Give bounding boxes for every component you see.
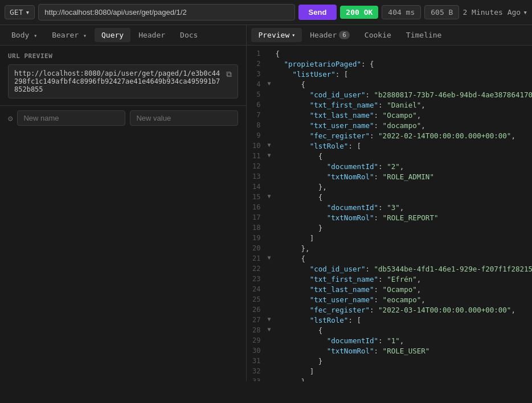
json-line: 20 }, xyxy=(247,244,532,254)
line-number: 5 xyxy=(247,91,267,98)
json-content: "lstRole": [ xyxy=(275,316,532,324)
json-content: "txtNomRol": "ROLE_USER" xyxy=(275,347,532,355)
line-number: 2 xyxy=(247,60,267,68)
response-time: 404 ms xyxy=(382,5,421,19)
json-line: 33 } xyxy=(247,377,532,381)
param-name-input[interactable] xyxy=(17,110,125,126)
json-content: "cod_id_user": "db5344be-4fd1-46e1-929e-… xyxy=(275,265,532,273)
json-content: { xyxy=(275,80,532,89)
left-tab-bar: Body ▾ Bearer ▾ Query Header Docs xyxy=(0,25,246,46)
json-content: { xyxy=(275,254,532,263)
tab-query[interactable]: Query xyxy=(95,28,130,42)
json-content: "txt_user_name": "eocampo", xyxy=(275,295,532,304)
json-line: 4▼ { xyxy=(247,80,532,90)
json-content: { xyxy=(275,152,532,161)
tab-body[interactable]: Body ▾ xyxy=(5,28,44,42)
line-number: 3 xyxy=(247,70,267,78)
json-content: "txtNomRol": "ROLE_ADMIN" xyxy=(275,172,532,181)
tab-preview[interactable]: Preview ▾ xyxy=(251,28,302,42)
json-line: 24 "txt_last_name": "Ocampo", xyxy=(247,285,532,295)
time-ago: 2 Minutes Ago ▾ xyxy=(463,8,527,17)
line-number: 18 xyxy=(247,224,267,232)
json-content: "cod_id_user": "b2880817-73b7-46eb-94bd-… xyxy=(275,91,532,99)
json-content: ] xyxy=(275,234,532,242)
json-line: 14 }, xyxy=(247,182,532,192)
line-number: 28 xyxy=(247,326,267,334)
method-chevron-icon: ▾ xyxy=(25,8,30,17)
method-label: GET xyxy=(10,8,23,17)
json-line: 10▼ "lstRole": [ xyxy=(247,141,532,151)
line-number: 30 xyxy=(247,347,267,355)
body-chevron-icon: ▾ xyxy=(34,32,37,39)
line-number: 1 xyxy=(247,50,267,57)
time-chevron-icon: ▾ xyxy=(523,8,527,17)
tab-cookie[interactable]: Cookie xyxy=(358,28,398,42)
json-line: 30 "txtNomRol": "ROLE_USER" xyxy=(247,346,532,356)
json-content: "documentId": "1", xyxy=(275,336,532,345)
method-select[interactable]: GET ▾ xyxy=(5,5,35,19)
json-line: 3 "listUser": [ xyxy=(247,69,532,80)
line-number: 6 xyxy=(247,101,267,109)
line-number: 27 xyxy=(247,316,267,324)
json-content: "txt_last_name": "Ocampo", xyxy=(275,111,532,120)
line-number: 29 xyxy=(247,336,267,344)
right-tab-bar: Preview ▾ Header 6 Cookie Timeline xyxy=(247,25,532,46)
json-content: "fec_register": "2022-02-14T00:00:00.000… xyxy=(275,131,532,140)
line-number: 33 xyxy=(247,377,267,381)
line-number: 14 xyxy=(247,183,267,191)
response-size: 605 B xyxy=(424,5,459,19)
json-content: "txt_user_name": "docampo", xyxy=(275,121,532,130)
fold-arrow[interactable]: ▼ xyxy=(267,193,275,199)
json-line: 28▼ { xyxy=(247,326,532,336)
line-number: 13 xyxy=(247,172,267,180)
right-panel: Preview ▾ Header 6 Cookie Timeline 1{2 "… xyxy=(247,25,532,381)
main-layout: Body ▾ Bearer ▾ Query Header Docs URL PR… xyxy=(0,25,532,381)
fold-arrow[interactable]: ▼ xyxy=(267,254,275,261)
json-content: } xyxy=(275,357,532,365)
line-number: 31 xyxy=(247,357,267,365)
json-line: 21▼ { xyxy=(247,254,532,264)
bearer-chevron-icon: ▾ xyxy=(83,32,87,39)
json-line: 12 "documentId": "2", xyxy=(247,162,532,172)
json-line: 8 "txt_user_name": "docampo", xyxy=(247,121,532,131)
url-input[interactable] xyxy=(38,4,294,20)
line-number: 15 xyxy=(247,193,267,201)
tab-response-header[interactable]: Header 6 xyxy=(303,28,357,42)
json-line: 1{ xyxy=(247,49,532,59)
json-line: 18 } xyxy=(247,223,532,233)
left-panel: Body ▾ Bearer ▾ Query Header Docs URL PR… xyxy=(0,25,247,381)
line-number: 23 xyxy=(247,275,267,283)
json-line: 22 "cod_id_user": "db5344be-4fd1-46e1-92… xyxy=(247,264,532,274)
json-content: } xyxy=(275,377,532,381)
copy-url-button[interactable]: ⧉ xyxy=(226,69,232,79)
json-content: "documentId": "3", xyxy=(275,203,532,212)
json-line: 5 "cod_id_user": "b2880817-73b7-46eb-94b… xyxy=(247,90,532,100)
json-line: 2 "propietarioPaged": { xyxy=(247,59,532,69)
tab-timeline[interactable]: Timeline xyxy=(399,28,449,42)
status-badge: 200 OK xyxy=(340,6,378,19)
json-line: 19 ] xyxy=(247,233,532,244)
line-number: 20 xyxy=(247,244,267,252)
tab-docs[interactable]: Docs xyxy=(173,28,204,42)
fold-arrow[interactable]: ▼ xyxy=(267,80,275,87)
fold-arrow[interactable]: ▼ xyxy=(267,152,275,158)
json-viewer[interactable]: 1{2 "propietarioPaged": {3 "listUser": [… xyxy=(247,46,532,381)
send-button[interactable]: Send xyxy=(298,5,337,20)
json-line: 7 "txt_last_name": "Ocampo", xyxy=(247,110,532,121)
line-number: 19 xyxy=(247,234,267,242)
tab-header[interactable]: Header xyxy=(132,28,172,42)
json-line: 26 "fec_register": "2022-03-14T00:00:00.… xyxy=(247,305,532,315)
fold-arrow[interactable]: ▼ xyxy=(267,326,275,332)
param-value-input[interactable] xyxy=(130,110,238,126)
tab-bearer[interactable]: Bearer ▾ xyxy=(45,28,93,42)
line-number: 7 xyxy=(247,111,267,119)
line-number: 10 xyxy=(247,142,267,150)
fold-arrow[interactable]: ▼ xyxy=(267,316,275,322)
line-number: 21 xyxy=(247,254,267,262)
line-number: 8 xyxy=(247,121,267,129)
gear-icon: ⚙ xyxy=(8,114,13,123)
json-content: "fec_register": "2022-03-14T00:00:00.000… xyxy=(275,306,532,314)
param-row: ⚙ xyxy=(0,106,246,130)
line-number: 16 xyxy=(247,203,267,211)
fold-arrow[interactable]: ▼ xyxy=(267,142,275,148)
